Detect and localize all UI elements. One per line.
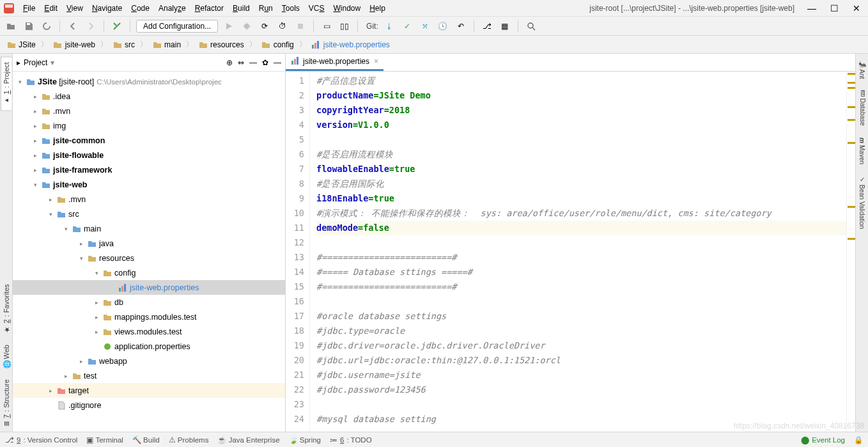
menu-help[interactable]: Help: [369, 4, 385, 13]
tree-node[interactable]: ▾main: [13, 221, 285, 236]
editor-tabs-icon[interactable]: ▯▯: [337, 19, 352, 33]
select-opened-icon[interactable]: ⊕: [226, 58, 233, 67]
git-revert-icon[interactable]: ↶: [454, 19, 468, 33]
breadcrumb-item[interactable]: src: [110, 38, 137, 51]
minimize-button[interactable]: —: [807, 3, 816, 13]
menu-refactor[interactable]: Refactor: [195, 4, 224, 13]
rail-database[interactable]: 🗄 Database: [857, 88, 867, 129]
tree-node[interactable]: ▸jsite-framework: [13, 162, 285, 177]
collapse-all-icon[interactable]: —: [249, 58, 257, 67]
tree-node[interactable]: ▸views.modules.test: [13, 324, 285, 339]
tree-arrow-icon[interactable]: ▾: [63, 226, 69, 232]
run-config-selector[interactable]: Add Configuration...: [136, 20, 218, 33]
git-commit-icon[interactable]: ✓: [400, 19, 414, 33]
tree-node[interactable]: ▸target: [13, 383, 285, 398]
breadcrumb-item[interactable]: JSite: [4, 38, 38, 51]
tree-arrow-icon[interactable]: ▸: [63, 373, 69, 379]
tree-node[interactable]: ▾jsite-web: [13, 177, 285, 192]
tree-node[interactable]: ▸jsite-flowable: [13, 148, 285, 162]
tree-arrow-icon[interactable]: ▸: [93, 329, 100, 335]
tree-node[interactable]: ▸mappings.modules.test: [13, 310, 285, 324]
menu-window[interactable]: Window: [333, 4, 360, 13]
back-icon[interactable]: [66, 19, 80, 33]
tree-node[interactable]: ▸.idea: [13, 89, 285, 104]
menu-code[interactable]: Code: [131, 4, 150, 13]
breadcrumb-item[interactable]: jsite-web.properties: [309, 38, 392, 51]
tree-arrow-icon[interactable]: ▸: [32, 123, 38, 129]
coverage-icon[interactable]: ⟳: [258, 19, 272, 33]
tree-arrow-icon[interactable]: ▸: [47, 196, 54, 203]
tree-node[interactable]: ▸.mvn: [13, 192, 285, 207]
tree-node[interactable]: ▸java: [13, 236, 285, 251]
breadcrumb-item[interactable]: jsite-web: [50, 38, 98, 51]
tree-root[interactable]: ▾JSite [jsite-root] C:\Users\Administrat…: [13, 74, 285, 89]
tree-node[interactable]: ▾src: [13, 207, 285, 221]
menu-navigate[interactable]: Navigate: [92, 4, 122, 13]
status-terminal[interactable]: ▣ Terminal: [86, 435, 123, 444]
menu-vcs[interactable]: VCS: [309, 4, 325, 13]
run-icon[interactable]: [222, 19, 236, 33]
rail-web[interactable]: 🌐 Web: [1, 340, 12, 374]
tab-jsite-web-properties[interactable]: jsite-web.properties ×: [286, 54, 384, 71]
tree-node[interactable]: ▸img: [13, 118, 285, 133]
rail-structure[interactable]: ≣ 7: Structure: [1, 374, 12, 432]
tree-arrow-icon[interactable]: ▾: [78, 255, 84, 262]
tree-node[interactable]: ▾resources: [13, 251, 285, 265]
tree-arrow-icon[interactable]: ▸: [78, 358, 84, 365]
status-lock-icon[interactable]: 🔒: [854, 435, 863, 444]
tree-arrow-icon[interactable]: ▾: [32, 182, 38, 188]
debug-icon[interactable]: [240, 19, 254, 33]
structure-icon[interactable]: ▭: [320, 19, 334, 33]
menu-view[interactable]: View: [66, 4, 83, 13]
git-history-icon[interactable]: 🕓: [436, 19, 450, 33]
menu-run[interactable]: Run: [259, 4, 273, 13]
status-java-ee[interactable]: ☕ Java Enterprise: [217, 435, 279, 444]
tree-node[interactable]: ▸webapp: [13, 354, 285, 368]
tree-node[interactable]: jsite-web.properties: [13, 280, 285, 295]
menu-build[interactable]: Build: [233, 4, 250, 13]
menu-tools[interactable]: Tools: [282, 4, 300, 13]
sync-icon[interactable]: [40, 19, 54, 33]
tree-arrow-icon[interactable]: ▾: [93, 270, 100, 276]
tree-arrow-icon[interactable]: ▸: [32, 137, 38, 144]
event-log[interactable]: ⬤ Event Log: [801, 435, 845, 444]
maximize-button[interactable]: ☐: [830, 3, 839, 13]
status-todo[interactable]: ≔ 6: TODO: [330, 435, 372, 444]
breadcrumb-item[interactable]: resources: [196, 38, 247, 51]
project-structure-icon[interactable]: ▦: [498, 19, 512, 33]
search-icon[interactable]: [524, 19, 538, 33]
menu-file[interactable]: File: [23, 4, 35, 13]
tree-node[interactable]: ▸db: [13, 295, 285, 310]
rail-favorites[interactable]: ★ 2: Favorites: [1, 279, 12, 339]
tree-arrow-icon[interactable]: ▸: [93, 299, 100, 306]
tree-arrow-icon[interactable]: ▸: [78, 240, 84, 247]
menu-edit[interactable]: Edit: [44, 4, 58, 13]
project-tree[interactable]: ▾JSite [jsite-root] C:\Users\Administrat…: [13, 72, 285, 432]
tree-node[interactable]: ▸test: [13, 368, 285, 383]
open-icon[interactable]: [4, 19, 18, 33]
tree-arrow-icon[interactable]: ▸: [32, 108, 38, 114]
status-spring[interactable]: 🍃 Spring: [289, 435, 321, 444]
tree-node[interactable]: ▸jsite-common: [13, 133, 285, 148]
status-build[interactable]: 🔨 Build: [132, 435, 160, 444]
tree-node[interactable]: .gitignore: [13, 398, 285, 412]
tree-node[interactable]: ▾config: [13, 265, 285, 280]
stop-icon[interactable]: [293, 19, 307, 33]
dropdown-icon[interactable]: ▾: [50, 58, 54, 67]
rail-ant[interactable]: 🐜 Ant: [857, 58, 867, 81]
tree-arrow-icon[interactable]: ▸: [32, 167, 38, 173]
git-update-icon[interactable]: ⭳: [382, 19, 396, 33]
git-compare-icon[interactable]: ⤱: [418, 19, 432, 33]
status-vcs[interactable]: ⎇ 9: Version Control: [5, 435, 77, 444]
forward-icon[interactable]: [84, 19, 98, 33]
build-icon[interactable]: [110, 19, 124, 33]
save-icon[interactable]: [22, 19, 36, 33]
tree-node[interactable]: application.properties: [13, 339, 285, 354]
expand-all-icon[interactable]: ⇔: [238, 58, 244, 67]
tree-node[interactable]: ▸.mvn: [13, 104, 285, 118]
rail-maven[interactable]: m Maven: [857, 135, 867, 167]
tree-arrow-icon[interactable]: ▸: [32, 93, 38, 100]
breadcrumb-item[interactable]: main: [150, 38, 183, 51]
hide-icon[interactable]: —: [274, 58, 281, 67]
tree-arrow-icon[interactable]: ▸: [93, 314, 100, 320]
